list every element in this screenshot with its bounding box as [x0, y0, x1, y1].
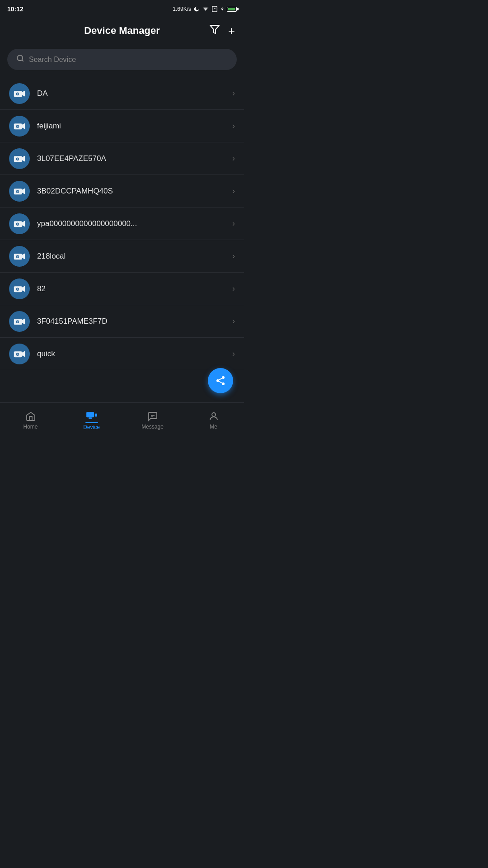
moon-icon [193, 6, 200, 12]
chevron-right-icon: › [232, 349, 235, 359]
home-icon [25, 411, 36, 422]
device-name: 82 [37, 284, 232, 293]
wifi-icon [202, 6, 209, 12]
svg-marker-2 [210, 25, 219, 33]
device-list-item[interactable]: 3L07EE4PAZE570A › [0, 142, 244, 175]
sim-icon [211, 6, 218, 12]
device-list-item[interactable]: 3B02DCCPAMHQ40S › [0, 175, 244, 208]
svg-marker-6 [22, 90, 25, 96]
svg-point-28 [17, 255, 19, 257]
nav-label-message: Message [141, 424, 164, 430]
nav-item-message[interactable]: Message [122, 407, 183, 430]
nav-label-device: Device [83, 424, 100, 430]
status-bar: 10:12 1.69K/s [0, 0, 244, 16]
svg-point-41 [222, 376, 225, 379]
bottom-nav: Home Device Message Me [0, 402, 244, 434]
svg-point-8 [17, 93, 19, 94]
device-name: quick [37, 349, 232, 359]
filter-button[interactable] [209, 24, 220, 38]
share-icon [215, 375, 226, 386]
svg-point-51 [212, 413, 216, 416]
battery-icon [227, 7, 237, 12]
device-avatar [9, 181, 30, 202]
device-name: 3L07EE4PAZE570A [37, 154, 232, 163]
svg-rect-48 [89, 417, 92, 419]
share-fab-button[interactable] [208, 368, 233, 393]
svg-point-12 [17, 125, 19, 127]
device-name: feijiami [37, 122, 232, 131]
svg-marker-34 [22, 318, 25, 324]
svg-point-16 [17, 158, 19, 160]
device-avatar [9, 311, 30, 332]
device-avatar [9, 246, 30, 267]
device-avatar [9, 278, 30, 299]
svg-marker-26 [22, 253, 25, 259]
camera-device-icon [14, 284, 25, 293]
svg-point-24 [17, 223, 19, 225]
svg-point-36 [17, 321, 19, 322]
add-button[interactable]: + [228, 24, 235, 38]
chevron-right-icon: › [232, 251, 235, 261]
device-name: 218local [37, 252, 232, 261]
search-placeholder: Search Device [29, 56, 76, 64]
svg-point-43 [222, 382, 225, 385]
svg-marker-22 [22, 221, 25, 226]
camera-device-icon [14, 349, 25, 359]
device-list-item[interactable]: ypa0000000000000000000... › [0, 208, 244, 240]
device-nav-icon-wrap [85, 410, 98, 422]
chevron-right-icon: › [232, 284, 235, 293]
svg-point-42 [216, 379, 219, 382]
device-list-item[interactable]: 82 › [0, 273, 244, 305]
svg-marker-18 [22, 188, 25, 194]
device-avatar [9, 344, 30, 364]
device-list-item[interactable]: quick › [0, 338, 244, 370]
svg-point-20 [17, 190, 19, 192]
nav-item-me[interactable]: Me [183, 407, 244, 430]
header-actions: + [209, 24, 235, 38]
chevron-right-icon: › [232, 186, 235, 196]
nav-item-home[interactable]: Home [0, 407, 61, 430]
search-icon [16, 54, 24, 65]
page-title: Device Manager [84, 25, 160, 37]
svg-point-3 [17, 55, 23, 61]
status-time: 10:12 [7, 5, 23, 13]
nav-label-me: Me [210, 424, 217, 430]
camera-device-icon [14, 122, 25, 131]
camera-device-icon [14, 89, 25, 98]
network-speed: 1.69K/s [173, 6, 191, 12]
charging-icon [220, 6, 225, 12]
camera-device-icon [14, 219, 25, 228]
search-container: Search Device [0, 45, 244, 77]
svg-point-40 [17, 353, 19, 355]
device-name: DA [37, 89, 232, 98]
device-list: DA › feijiami › [0, 77, 244, 398]
device-list-item[interactable]: DA › [0, 77, 244, 110]
chevron-right-icon: › [232, 154, 235, 163]
svg-point-32 [17, 288, 19, 290]
svg-marker-10 [22, 123, 25, 129]
chevron-right-icon: › [232, 219, 235, 228]
me-icon [208, 411, 219, 422]
device-list-item[interactable]: 218local › [0, 240, 244, 273]
chevron-right-icon: › [232, 121, 235, 131]
svg-marker-38 [22, 351, 25, 357]
svg-line-4 [22, 60, 23, 61]
nav-item-device[interactable]: Device [61, 407, 122, 430]
device-avatar [9, 116, 30, 137]
camera-device-icon [14, 317, 25, 326]
search-bar[interactable]: Search Device [7, 49, 237, 70]
svg-line-45 [219, 378, 222, 380]
svg-rect-46 [86, 412, 94, 417]
device-name: 3B02DCCPAMHQ40S [37, 187, 232, 196]
device-avatar [9, 148, 30, 169]
nav-label-home: Home [23, 424, 38, 430]
status-icons: 1.69K/s [173, 6, 237, 12]
svg-rect-0 [212, 6, 217, 12]
chevron-right-icon: › [232, 316, 235, 326]
device-list-item[interactable]: feijiami › [0, 110, 244, 142]
camera-device-icon [14, 252, 25, 261]
message-icon [147, 411, 158, 422]
device-list-item[interactable]: 3F04151PAME3F7D › [0, 305, 244, 338]
svg-rect-47 [94, 413, 97, 416]
svg-marker-30 [22, 286, 25, 292]
